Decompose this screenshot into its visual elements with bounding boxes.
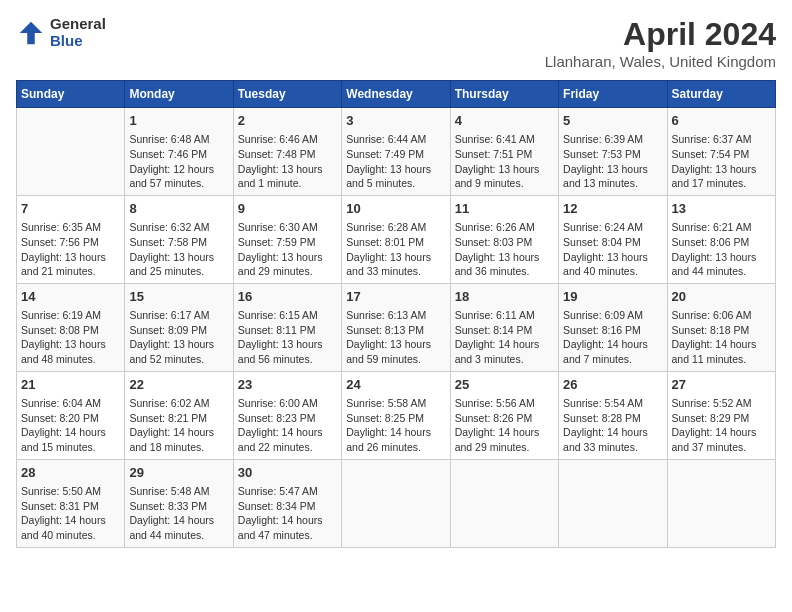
- calendar-table: SundayMondayTuesdayWednesdayThursdayFrid…: [16, 80, 776, 548]
- calendar-cell: 18Sunrise: 6:11 AM Sunset: 8:14 PM Dayli…: [450, 283, 558, 371]
- cell-content: Sunrise: 6:30 AM Sunset: 7:59 PM Dayligh…: [238, 220, 337, 279]
- calendar-cell: [450, 459, 558, 547]
- calendar-cell: 10Sunrise: 6:28 AM Sunset: 8:01 PM Dayli…: [342, 195, 450, 283]
- day-header-monday: Monday: [125, 81, 233, 108]
- calendar-cell: 21Sunrise: 6:04 AM Sunset: 8:20 PM Dayli…: [17, 371, 125, 459]
- day-number: 8: [129, 200, 228, 218]
- calendar-header-row: SundayMondayTuesdayWednesdayThursdayFrid…: [17, 81, 776, 108]
- cell-content: Sunrise: 6:39 AM Sunset: 7:53 PM Dayligh…: [563, 132, 662, 191]
- cell-content: Sunrise: 5:58 AM Sunset: 8:25 PM Dayligh…: [346, 396, 445, 455]
- calendar-cell: 23Sunrise: 6:00 AM Sunset: 8:23 PM Dayli…: [233, 371, 341, 459]
- calendar-cell: 1Sunrise: 6:48 AM Sunset: 7:46 PM Daylig…: [125, 108, 233, 196]
- calendar-cell: 6Sunrise: 6:37 AM Sunset: 7:54 PM Daylig…: [667, 108, 775, 196]
- cell-content: Sunrise: 6:28 AM Sunset: 8:01 PM Dayligh…: [346, 220, 445, 279]
- calendar-cell: 2Sunrise: 6:46 AM Sunset: 7:48 PM Daylig…: [233, 108, 341, 196]
- calendar-cell: 26Sunrise: 5:54 AM Sunset: 8:28 PM Dayli…: [559, 371, 667, 459]
- day-number: 29: [129, 464, 228, 482]
- calendar-cell: 15Sunrise: 6:17 AM Sunset: 8:09 PM Dayli…: [125, 283, 233, 371]
- cell-content: Sunrise: 6:13 AM Sunset: 8:13 PM Dayligh…: [346, 308, 445, 367]
- day-number: 22: [129, 376, 228, 394]
- cell-content: Sunrise: 6:09 AM Sunset: 8:16 PM Dayligh…: [563, 308, 662, 367]
- cell-content: Sunrise: 6:46 AM Sunset: 7:48 PM Dayligh…: [238, 132, 337, 191]
- title-area: April 2024 Llanharan, Wales, United King…: [545, 16, 776, 70]
- day-number: 23: [238, 376, 337, 394]
- day-number: 24: [346, 376, 445, 394]
- calendar-cell: 19Sunrise: 6:09 AM Sunset: 8:16 PM Dayli…: [559, 283, 667, 371]
- cell-content: Sunrise: 6:02 AM Sunset: 8:21 PM Dayligh…: [129, 396, 228, 455]
- cell-content: Sunrise: 6:41 AM Sunset: 7:51 PM Dayligh…: [455, 132, 554, 191]
- day-number: 28: [21, 464, 120, 482]
- day-number: 30: [238, 464, 337, 482]
- calendar-cell: 22Sunrise: 6:02 AM Sunset: 8:21 PM Dayli…: [125, 371, 233, 459]
- day-header-saturday: Saturday: [667, 81, 775, 108]
- day-number: 13: [672, 200, 771, 218]
- calendar-cell: [559, 459, 667, 547]
- day-header-friday: Friday: [559, 81, 667, 108]
- day-number: 25: [455, 376, 554, 394]
- page-header: General Blue April 2024 Llanharan, Wales…: [16, 16, 776, 70]
- calendar-week-row: 1Sunrise: 6:48 AM Sunset: 7:46 PM Daylig…: [17, 108, 776, 196]
- cell-content: Sunrise: 5:48 AM Sunset: 8:33 PM Dayligh…: [129, 484, 228, 543]
- cell-content: Sunrise: 5:56 AM Sunset: 8:26 PM Dayligh…: [455, 396, 554, 455]
- cell-content: Sunrise: 6:32 AM Sunset: 7:58 PM Dayligh…: [129, 220, 228, 279]
- calendar-cell: [342, 459, 450, 547]
- day-number: 12: [563, 200, 662, 218]
- day-number: 26: [563, 376, 662, 394]
- day-number: 1: [129, 112, 228, 130]
- cell-content: Sunrise: 6:48 AM Sunset: 7:46 PM Dayligh…: [129, 132, 228, 191]
- cell-content: Sunrise: 6:44 AM Sunset: 7:49 PM Dayligh…: [346, 132, 445, 191]
- calendar-cell: 16Sunrise: 6:15 AM Sunset: 8:11 PM Dayli…: [233, 283, 341, 371]
- day-number: 18: [455, 288, 554, 306]
- day-header-thursday: Thursday: [450, 81, 558, 108]
- day-number: 2: [238, 112, 337, 130]
- logo-icon: [16, 18, 46, 48]
- logo-blue: Blue: [50, 33, 106, 50]
- cell-content: Sunrise: 5:50 AM Sunset: 8:31 PM Dayligh…: [21, 484, 120, 543]
- calendar-cell: 9Sunrise: 6:30 AM Sunset: 7:59 PM Daylig…: [233, 195, 341, 283]
- cell-content: Sunrise: 6:06 AM Sunset: 8:18 PM Dayligh…: [672, 308, 771, 367]
- day-number: 15: [129, 288, 228, 306]
- calendar-cell: 30Sunrise: 5:47 AM Sunset: 8:34 PM Dayli…: [233, 459, 341, 547]
- cell-content: Sunrise: 6:21 AM Sunset: 8:06 PM Dayligh…: [672, 220, 771, 279]
- cell-content: Sunrise: 6:15 AM Sunset: 8:11 PM Dayligh…: [238, 308, 337, 367]
- day-number: 4: [455, 112, 554, 130]
- calendar-cell: 12Sunrise: 6:24 AM Sunset: 8:04 PM Dayli…: [559, 195, 667, 283]
- day-header-wednesday: Wednesday: [342, 81, 450, 108]
- day-number: 19: [563, 288, 662, 306]
- day-header-sunday: Sunday: [17, 81, 125, 108]
- calendar-cell: 3Sunrise: 6:44 AM Sunset: 7:49 PM Daylig…: [342, 108, 450, 196]
- calendar-cell: 4Sunrise: 6:41 AM Sunset: 7:51 PM Daylig…: [450, 108, 558, 196]
- calendar-cell: 13Sunrise: 6:21 AM Sunset: 8:06 PM Dayli…: [667, 195, 775, 283]
- cell-content: Sunrise: 6:17 AM Sunset: 8:09 PM Dayligh…: [129, 308, 228, 367]
- cell-content: Sunrise: 6:04 AM Sunset: 8:20 PM Dayligh…: [21, 396, 120, 455]
- calendar-cell: [17, 108, 125, 196]
- logo: General Blue: [16, 16, 106, 49]
- day-number: 9: [238, 200, 337, 218]
- day-number: 16: [238, 288, 337, 306]
- day-number: 6: [672, 112, 771, 130]
- cell-content: Sunrise: 5:52 AM Sunset: 8:29 PM Dayligh…: [672, 396, 771, 455]
- day-number: 14: [21, 288, 120, 306]
- calendar-cell: 8Sunrise: 6:32 AM Sunset: 7:58 PM Daylig…: [125, 195, 233, 283]
- day-number: 20: [672, 288, 771, 306]
- calendar-cell: 27Sunrise: 5:52 AM Sunset: 8:29 PM Dayli…: [667, 371, 775, 459]
- day-number: 5: [563, 112, 662, 130]
- calendar-cell: 29Sunrise: 5:48 AM Sunset: 8:33 PM Dayli…: [125, 459, 233, 547]
- calendar-week-row: 14Sunrise: 6:19 AM Sunset: 8:08 PM Dayli…: [17, 283, 776, 371]
- cell-content: Sunrise: 5:47 AM Sunset: 8:34 PM Dayligh…: [238, 484, 337, 543]
- day-number: 10: [346, 200, 445, 218]
- cell-content: Sunrise: 6:19 AM Sunset: 8:08 PM Dayligh…: [21, 308, 120, 367]
- day-number: 21: [21, 376, 120, 394]
- cell-content: Sunrise: 6:24 AM Sunset: 8:04 PM Dayligh…: [563, 220, 662, 279]
- calendar-cell: 24Sunrise: 5:58 AM Sunset: 8:25 PM Dayli…: [342, 371, 450, 459]
- calendar-cell: 11Sunrise: 6:26 AM Sunset: 8:03 PM Dayli…: [450, 195, 558, 283]
- cell-content: Sunrise: 6:35 AM Sunset: 7:56 PM Dayligh…: [21, 220, 120, 279]
- calendar-cell: 25Sunrise: 5:56 AM Sunset: 8:26 PM Dayli…: [450, 371, 558, 459]
- svg-marker-0: [20, 21, 43, 44]
- cell-content: Sunrise: 6:11 AM Sunset: 8:14 PM Dayligh…: [455, 308, 554, 367]
- day-number: 11: [455, 200, 554, 218]
- calendar-title: April 2024: [545, 16, 776, 53]
- calendar-cell: 7Sunrise: 6:35 AM Sunset: 7:56 PM Daylig…: [17, 195, 125, 283]
- cell-content: Sunrise: 6:00 AM Sunset: 8:23 PM Dayligh…: [238, 396, 337, 455]
- logo-text: General Blue: [50, 16, 106, 49]
